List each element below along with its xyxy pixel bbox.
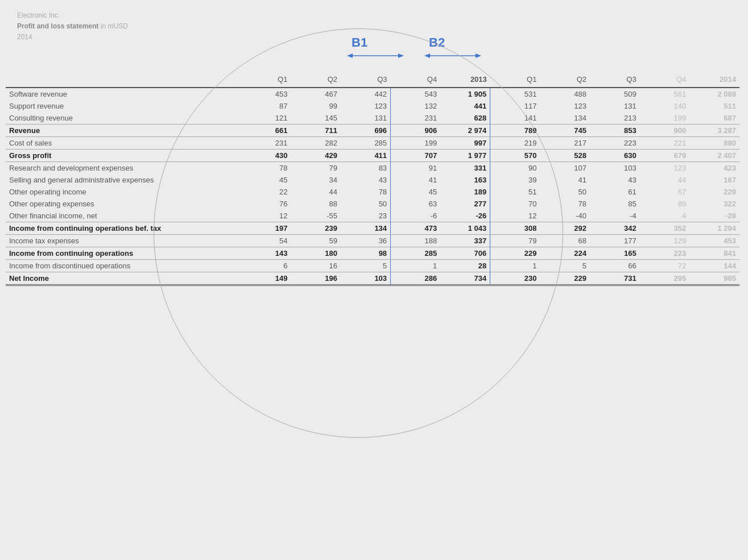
financial-table: Q1 Q2 Q3 Q4 2013 Q1 Q2 Q3 Q4 2014 Softwa… (6, 74, 739, 286)
row-label: Other financial income, net (6, 210, 241, 222)
row-label: Support revenue (6, 100, 241, 112)
row-value: 66 (590, 260, 640, 272)
row-label: Research and development expenses (6, 162, 241, 175)
row-value: 213 (590, 112, 640, 125)
row-value: 331 (440, 162, 490, 175)
row-value: 223 (590, 137, 640, 150)
row-value: 90 (490, 162, 540, 175)
row-value: 292 (540, 222, 590, 235)
row-value: 85 (590, 198, 640, 210)
row-value: 853 (590, 125, 640, 137)
row-value: 1 (391, 260, 441, 272)
row-value: 141 (490, 112, 540, 125)
page-container: Electronic Inc. Profit and loss statemen… (0, 0, 748, 560)
row-value: 900 (640, 125, 690, 137)
row-value: 43 (590, 174, 640, 186)
row-value: 67 (640, 186, 690, 198)
col-header-q3-2014: Q3 (590, 74, 640, 88)
row-value: 44 (291, 186, 341, 198)
row-value: 570 (490, 150, 540, 162)
row-value: 2 407 (689, 150, 739, 162)
year-label: 2014 (17, 32, 128, 43)
table-row: Software revenue4534674425431 9055314885… (6, 88, 739, 100)
row-value: 117 (490, 100, 540, 112)
row-value: 83 (341, 162, 391, 175)
row-value: 36 (341, 235, 391, 247)
row-value: 44 (640, 174, 690, 186)
row-value: 22 (241, 186, 291, 198)
row-value: 679 (640, 150, 690, 162)
row-value: 189 (440, 186, 490, 198)
row-value: 628 (440, 112, 490, 125)
row-value: 1 977 (440, 150, 490, 162)
row-value: 70 (490, 198, 540, 210)
row-label: Gross profit (6, 150, 241, 162)
b2-arrow-svg (424, 51, 481, 60)
row-value: 229 (490, 247, 540, 260)
row-value: 132 (391, 100, 441, 112)
svg-marker-5 (476, 53, 481, 58)
row-value: 295 (640, 272, 690, 285)
row-value: 12 (241, 210, 291, 222)
row-value: 1 294 (689, 222, 739, 235)
row-value: 51 (490, 186, 540, 198)
table-row: Other operating expenses7688506327770788… (6, 198, 739, 210)
row-value: 87 (241, 100, 291, 112)
col-header-q4-2014: Q4 (640, 74, 690, 88)
row-value: 165 (590, 247, 640, 260)
col-header-q2-2014: Q2 (540, 74, 590, 88)
header-info: Electronic Inc. Profit and loss statemen… (17, 10, 128, 43)
row-value: 34 (291, 174, 341, 186)
row-value: -28 (689, 210, 739, 222)
row-value: 61 (590, 186, 640, 198)
row-value: 43 (341, 174, 391, 186)
row-label: Software revenue (6, 88, 241, 100)
col-header-q4-2013: Q4 (391, 74, 441, 88)
col-header-q2-2013: Q2 (291, 74, 341, 88)
row-value: 706 (440, 247, 490, 260)
row-value: 488 (540, 88, 590, 100)
row-value: 1 905 (440, 88, 490, 100)
row-value: 841 (689, 247, 739, 260)
row-value: 509 (590, 88, 640, 100)
row-value: 78 (241, 162, 291, 175)
row-value: 54 (241, 235, 291, 247)
row-value: 28 (440, 260, 490, 272)
row-value: 103 (590, 162, 640, 175)
table-row: Income tax expenses545936188337796817712… (6, 235, 739, 247)
row-value: 163 (440, 174, 490, 186)
row-value: 88 (291, 198, 341, 210)
col-header-label (6, 74, 241, 88)
row-value: 231 (391, 112, 441, 125)
row-value: 429 (291, 150, 341, 162)
row-value: 99 (291, 100, 341, 112)
row-value: 5 (540, 260, 590, 272)
row-value: 41 (391, 174, 441, 186)
row-value: 282 (291, 137, 341, 150)
row-value: 4 (640, 210, 690, 222)
table-row: Net Income149196103286734230229731295985 (6, 272, 739, 285)
row-value: 123 (540, 100, 590, 112)
row-value: 731 (590, 272, 640, 285)
row-value: 103 (341, 272, 391, 285)
row-value: 734 (440, 272, 490, 285)
row-value: 177 (590, 235, 640, 247)
table-body: Software revenue4534674425431 9055314885… (6, 88, 739, 285)
b2-label: B2 (429, 35, 445, 50)
row-value: 308 (490, 222, 540, 235)
row-value: 906 (391, 125, 441, 137)
row-value: 140 (640, 100, 690, 112)
row-value: 286 (391, 272, 441, 285)
row-value: 50 (341, 198, 391, 210)
row-value: -26 (440, 210, 490, 222)
row-value: 511 (689, 100, 739, 112)
svg-marker-7 (424, 53, 430, 58)
row-value: 196 (291, 272, 341, 285)
row-value: 180 (291, 247, 341, 260)
row-value: 144 (689, 260, 739, 272)
row-label: Revenue (6, 125, 241, 137)
row-value: 149 (241, 272, 291, 285)
header-row: Q1 Q2 Q3 Q4 2013 Q1 Q2 Q3 Q4 2014 (6, 74, 739, 88)
row-value: 528 (540, 150, 590, 162)
row-value: 687 (689, 112, 739, 125)
